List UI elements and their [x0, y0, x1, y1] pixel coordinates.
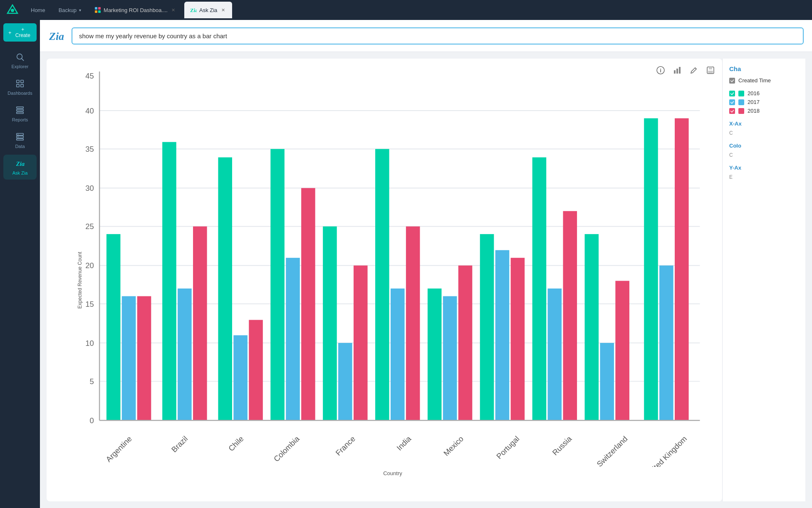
svg-rect-58 [249, 320, 263, 421]
zia-input-area: Zia [40, 20, 812, 52]
svg-rect-73 [511, 258, 525, 420]
svg-text:30: 30 [85, 184, 94, 192]
svg-rect-52 [137, 296, 151, 420]
svg-rect-60 [286, 258, 300, 420]
check-icon-2016 [730, 91, 734, 96]
legend-checkbox-2016[interactable] [729, 91, 735, 96]
tab-home[interactable]: Home [25, 2, 51, 18]
close-marketing-tab[interactable]: ✕ [170, 7, 177, 13]
legend-item-2016[interactable]: 2016 [729, 90, 799, 96]
svg-rect-82 [675, 118, 689, 421]
main-layout: + + Create Explorer Dashboards [0, 20, 812, 508]
zia-sidebar-icon: Zia [15, 159, 25, 168]
sidebar-item-explorer[interactable]: Explorer [3, 48, 37, 73]
sidebar-item-ask-zia[interactable]: Zia Ask Zia [3, 155, 37, 180]
tab-marketing[interactable]: Marketing ROI Dashboa.... ✕ [89, 2, 183, 18]
legend-color-2018 [738, 108, 744, 114]
legend-item-2018[interactable]: 2018 [729, 108, 799, 114]
bar-chart-svg: 0 5 10 15 20 25 30 35 40 45 [72, 67, 714, 467]
svg-rect-59 [270, 149, 285, 420]
check-icon [730, 79, 734, 83]
svg-rect-10 [21, 80, 23, 83]
svg-rect-62 [323, 227, 337, 421]
svg-rect-55 [193, 227, 207, 421]
svg-rect-76 [563, 211, 577, 420]
sidebar-item-dashboards[interactable]: Dashboards [3, 75, 37, 100]
svg-text:Portugal: Portugal [495, 434, 521, 461]
svg-rect-4 [95, 10, 97, 13]
svg-rect-57 [233, 335, 248, 420]
svg-text:Brazil: Brazil [170, 434, 189, 454]
legend-item-2017[interactable]: 2017 [729, 99, 799, 105]
svg-text:Zia: Zia [190, 7, 197, 13]
content-area: Zia i [40, 20, 812, 508]
svg-rect-70 [458, 266, 473, 421]
svg-rect-9 [17, 80, 19, 83]
data-icon [15, 132, 25, 141]
reports-icon [15, 106, 25, 115]
svg-rect-74 [532, 158, 547, 421]
create-button[interactable]: + + Create [3, 23, 37, 42]
chart-area: i [40, 52, 812, 508]
sidebar-item-data[interactable]: Data [3, 128, 37, 153]
color-section-label: Colo [729, 143, 799, 149]
panel-section-x-axis: X-Ax C [729, 121, 799, 136]
x-axis-label: Country [72, 470, 714, 476]
chart-svg-wrapper: 0 5 10 15 20 25 30 35 40 45 [72, 67, 714, 467]
panel-section-y-axis: Y-Ax E [729, 165, 799, 180]
svg-rect-50 [106, 234, 121, 420]
svg-rect-71 [480, 234, 494, 420]
svg-rect-63 [338, 343, 352, 420]
sidebar-item-reports[interactable]: Reports [3, 101, 37, 126]
panel-section-color: Colo C [729, 143, 799, 158]
check-icon-2017 [730, 100, 734, 104]
svg-rect-15 [17, 112, 24, 114]
svg-text:France: France [334, 434, 357, 457]
svg-text:45: 45 [85, 72, 94, 80]
chart-container: i [47, 59, 722, 501]
zia-tab-icon: Zia [190, 7, 197, 13]
svg-text:15: 15 [85, 300, 94, 308]
svg-rect-77 [585, 234, 599, 420]
color-sub-label: C [729, 152, 799, 158]
panel-section-created-time: Created Time [729, 77, 799, 84]
svg-text:United Kingdom: United Kingdom [644, 434, 688, 467]
svg-text:Argentine: Argentine [104, 434, 134, 464]
svg-rect-56 [218, 158, 232, 421]
legend-checkbox-2017[interactable] [729, 99, 735, 105]
legend-checkbox-2018[interactable] [729, 108, 735, 114]
sidebar: + + Create Explorer Dashboards [0, 20, 40, 508]
panel-title: Cha [729, 65, 799, 72]
svg-rect-75 [548, 289, 562, 420]
close-zia-tab[interactable]: ✕ [220, 7, 226, 13]
app-logo[interactable] [5, 2, 20, 17]
svg-rect-66 [391, 289, 405, 420]
svg-rect-67 [406, 227, 420, 421]
created-time-item[interactable]: Created Time [729, 77, 799, 84]
svg-rect-79 [615, 281, 629, 421]
svg-point-7 [17, 54, 22, 59]
svg-rect-69 [443, 296, 457, 420]
y-axis-section-label: Y-Ax [729, 165, 799, 171]
svg-text:Zia: Zia [16, 160, 25, 167]
svg-point-1 [11, 9, 14, 12]
check-icon-2018 [730, 109, 734, 113]
svg-text:Switzerland: Switzerland [595, 434, 629, 467]
svg-rect-13 [17, 107, 24, 109]
svg-rect-72 [495, 250, 510, 420]
svg-text:25: 25 [85, 222, 94, 231]
zia-search-input[interactable] [72, 27, 804, 44]
legend-color-2017 [738, 99, 744, 105]
svg-text:Colombia: Colombia [272, 434, 301, 463]
svg-text:Chile: Chile [227, 434, 245, 453]
svg-rect-51 [122, 296, 136, 420]
tab-ask-zia[interactable]: Zia Ask Zia ✕ [184, 2, 232, 18]
created-time-checkbox[interactable] [729, 78, 735, 84]
tab-backup[interactable]: Backup ▾ [53, 2, 87, 18]
legend-color-2016 [738, 91, 744, 96]
svg-rect-78 [600, 343, 614, 420]
zia-logo: Zia [48, 27, 67, 45]
svg-rect-80 [644, 118, 658, 421]
chevron-down-icon: ▾ [79, 8, 81, 12]
svg-rect-16 [17, 133, 24, 136]
